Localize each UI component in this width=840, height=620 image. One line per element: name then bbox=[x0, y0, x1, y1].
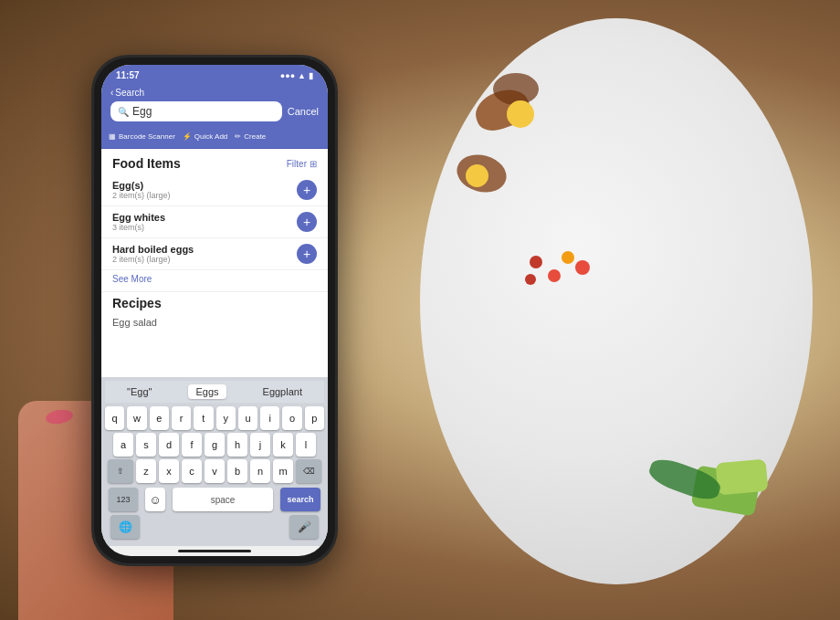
keyboard-row-3: ⇧ z x c v b n m ⌫ bbox=[105, 459, 324, 483]
create-button[interactable]: ✏ Create bbox=[235, 132, 266, 141]
quick-add-button[interactable]: ⚡ Quick Add bbox=[183, 132, 227, 141]
food-sub-hard-boiled: 2 item(s) (large) bbox=[112, 255, 194, 264]
food-name-egg-whites: Egg whites bbox=[112, 212, 165, 223]
key-n[interactable]: n bbox=[250, 459, 270, 483]
food-info-egg-whites: Egg whites 3 item(s) bbox=[112, 212, 165, 232]
search-bar: 🔍 Egg Cancel bbox=[110, 101, 319, 121]
search-header: ‹ Search 🔍 Egg Cancel bbox=[101, 84, 328, 129]
keyboard-row-1: q w e r t y u i o p bbox=[105, 406, 324, 430]
key-u[interactable]: u bbox=[238, 406, 257, 430]
key-l[interactable]: l bbox=[296, 433, 316, 457]
lightning-icon: ⚡ bbox=[183, 132, 192, 141]
food-items-title: Food Items bbox=[112, 156, 181, 171]
keyboard-bottom-row: 123 ☺ space search bbox=[105, 486, 324, 513]
key-q[interactable]: q bbox=[105, 406, 124, 430]
search-icon: 🔍 bbox=[118, 107, 129, 117]
status-time: 11:57 bbox=[116, 70, 140, 80]
mic-key[interactable]: 🎤 bbox=[289, 515, 319, 539]
status-bar: 11:57 ●●● ▲ ▮ bbox=[101, 65, 328, 84]
key-d[interactable]: d bbox=[159, 433, 179, 457]
food-info-eggs: Egg(s) 2 item(s) (large) bbox=[112, 180, 171, 200]
food-info-hard-boiled: Hard boiled eggs 2 item(s) (large) bbox=[112, 244, 194, 264]
key-s[interactable]: s bbox=[136, 433, 156, 457]
food-plate bbox=[420, 18, 813, 584]
key-a[interactable]: a bbox=[113, 433, 133, 457]
key-b[interactable]: b bbox=[227, 459, 247, 483]
key-o[interactable]: o bbox=[282, 406, 301, 430]
recipes-section: Recipes Egg salad bbox=[101, 291, 328, 334]
barcode-scanner-button[interactable]: ▦ Barcode Scanner bbox=[109, 132, 175, 141]
food-sub-egg-whites: 3 item(s) bbox=[112, 223, 165, 232]
numbers-key[interactable]: 123 bbox=[109, 488, 138, 511]
search-input-wrapper[interactable]: 🔍 Egg bbox=[110, 101, 282, 121]
key-x[interactable]: x bbox=[159, 459, 179, 483]
barcode-label: Barcode Scanner bbox=[119, 132, 175, 141]
keyboard-extras-row: 🌐 🎤 bbox=[105, 513, 324, 541]
food-item-egg-whites: Egg whites 3 item(s) + bbox=[101, 206, 328, 238]
key-j[interactable]: j bbox=[250, 433, 270, 457]
add-egg-whites-button[interactable]: + bbox=[297, 212, 317, 232]
content-area: Food Items Filter ⊞ Egg(s) 2 item(s) (la… bbox=[101, 149, 328, 377]
key-c[interactable]: c bbox=[182, 459, 202, 483]
quick-add-label: Quick Add bbox=[194, 132, 227, 141]
emoji-key[interactable]: ☺ bbox=[145, 488, 165, 511]
globe-key[interactable]: 🌐 bbox=[110, 515, 140, 539]
shift-key[interactable]: ⇧ bbox=[108, 459, 133, 483]
key-y[interactable]: y bbox=[216, 406, 236, 430]
key-v[interactable]: v bbox=[205, 459, 225, 483]
key-g[interactable]: g bbox=[205, 433, 225, 457]
key-m[interactable]: m bbox=[273, 459, 293, 483]
add-eggs-button[interactable]: + bbox=[297, 180, 317, 200]
delete-key[interactable]: ⌫ bbox=[296, 459, 321, 483]
key-p[interactable]: p bbox=[305, 406, 324, 430]
food-item-hard-boiled: Hard boiled eggs 2 item(s) (large) + bbox=[101, 238, 328, 270]
create-label: Create bbox=[244, 132, 266, 141]
status-icons: ●●● ▲ ▮ bbox=[280, 71, 313, 80]
barcode-icon: ▦ bbox=[109, 132, 116, 141]
add-hard-boiled-button[interactable]: + bbox=[297, 244, 317, 264]
pencil-icon: ✏ bbox=[235, 132, 241, 141]
filter-button[interactable]: Filter ⊞ bbox=[287, 159, 317, 169]
food-name-eggs: Egg(s) bbox=[112, 180, 171, 191]
space-key[interactable]: space bbox=[173, 488, 273, 511]
key-z[interactable]: z bbox=[136, 459, 156, 483]
home-indicator bbox=[178, 550, 251, 552]
recipes-title: Recipes bbox=[112, 296, 317, 310]
food-items-header: Food Items Filter ⊞ bbox=[101, 149, 328, 174]
action-bar: ▦ Barcode Scanner ⚡ Quick Add ✏ Create bbox=[101, 129, 328, 149]
back-label: Search bbox=[115, 88, 144, 98]
food-sub-eggs: 2 item(s) (large) bbox=[112, 191, 171, 200]
food-item-eggs: Egg(s) 2 item(s) (large) + bbox=[101, 174, 328, 206]
battery-indicator: ▮ bbox=[309, 71, 313, 80]
key-i[interactable]: i bbox=[260, 406, 279, 430]
key-f[interactable]: f bbox=[182, 433, 202, 457]
recipe-item-egg-salad[interactable]: Egg salad bbox=[112, 314, 317, 331]
filter-icon: ⊞ bbox=[310, 159, 317, 169]
search-key[interactable]: search bbox=[280, 488, 320, 511]
keyboard-row-2: a s d f g h j k l bbox=[105, 433, 324, 457]
phone-screen: 11:57 ●●● ▲ ▮ ‹ Search 🔍 Egg bbox=[101, 65, 328, 556]
chevron-left-icon: ‹ bbox=[110, 88, 113, 98]
key-r[interactable]: r bbox=[172, 406, 191, 430]
key-e[interactable]: e bbox=[150, 406, 169, 430]
key-t[interactable]: t bbox=[194, 406, 213, 430]
key-w[interactable]: w bbox=[127, 406, 146, 430]
key-k[interactable]: k bbox=[273, 433, 293, 457]
food-name-hard-boiled: Hard boiled eggs bbox=[112, 244, 194, 255]
filter-label: Filter bbox=[287, 159, 307, 169]
predictive-row: "Egg" Eggs Eggplant bbox=[105, 381, 324, 403]
cancel-button[interactable]: Cancel bbox=[288, 106, 319, 117]
keyboard[interactable]: "Egg" Eggs Eggplant q w e r t y u i o p bbox=[101, 377, 328, 546]
see-more-button[interactable]: See More bbox=[101, 270, 328, 291]
predictive-eggplant[interactable]: Eggplant bbox=[256, 384, 310, 399]
key-h[interactable]: h bbox=[227, 433, 247, 457]
phone: 11:57 ●●● ▲ ▮ ‹ Search 🔍 Egg bbox=[91, 55, 338, 566]
signal-icon: ●●● bbox=[280, 71, 295, 80]
wifi-icon: ▲ bbox=[298, 71, 306, 80]
predictive-eggs[interactable]: Eggs bbox=[188, 384, 226, 399]
predictive-egg-quoted[interactable]: "Egg" bbox=[120, 384, 159, 399]
search-input[interactable]: Egg bbox=[132, 105, 275, 118]
back-link[interactable]: ‹ Search bbox=[110, 88, 319, 98]
